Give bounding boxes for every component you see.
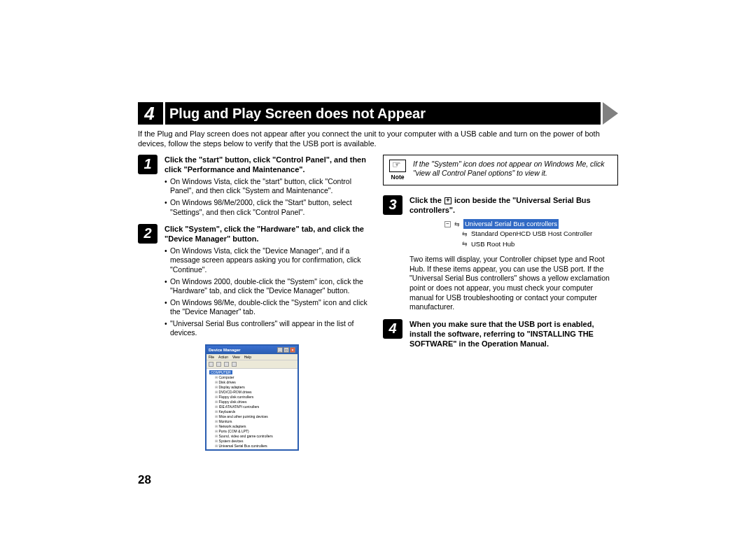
minus-icon: − xyxy=(444,221,451,227)
step-number-badge: 4 xyxy=(383,319,402,339)
usb-icon: ⇆ xyxy=(454,220,461,227)
tree-item: Ports (COM & LPT) xyxy=(209,429,295,433)
tree-item: Computer xyxy=(209,375,295,379)
toolbar-icon xyxy=(209,362,214,367)
tree-item: Keyboards xyxy=(209,409,295,414)
tree-item: Sound, video and game controllers xyxy=(209,434,295,438)
tree-item: Universal Serial Bus controllers xyxy=(209,444,295,448)
step-heading: Click the "start" button, click "Control… xyxy=(164,155,373,175)
tree-item: Display adapters xyxy=(209,385,295,389)
page-number: 28 xyxy=(138,473,151,487)
note-icon xyxy=(389,160,406,172)
minimize-icon: _ xyxy=(277,347,283,353)
step-4: 4 When you make sure that the USB port i… xyxy=(383,319,618,349)
step-number-badge: 1 xyxy=(138,155,158,174)
toolbar-icon xyxy=(232,362,237,367)
devmgr-title: Device Manager xyxy=(209,348,241,352)
toolbar-icon xyxy=(216,362,221,367)
plus-icon: + xyxy=(444,197,451,204)
tree-item: Floppy disk drives xyxy=(209,400,295,404)
tree-root: COMPUTER xyxy=(209,370,232,374)
close-icon: × xyxy=(290,347,295,353)
step-bullet: "Universal Serial Bus controllers" will … xyxy=(164,319,373,337)
tree-item: IDE ATA/ATAPI controllers xyxy=(209,405,295,409)
devmgr-menu: File Action View Help xyxy=(206,354,298,360)
usb-tree-illustration: − ⇆ Universal Serial Bus controllers ⇆ S… xyxy=(444,219,618,249)
maximize-icon: □ xyxy=(284,347,289,353)
step-heading: When you make sure that the USB port is … xyxy=(410,319,618,349)
note-label: Note xyxy=(391,174,405,181)
header-arrow-icon xyxy=(603,102,618,125)
usb-tree-child: Standard OpenHCD USB Host Controller xyxy=(471,229,592,239)
usb-icon: ⇆ xyxy=(461,231,468,238)
step-number-badge: 3 xyxy=(383,195,402,215)
intro-text: If the Plug and Play screen does not app… xyxy=(138,129,618,149)
step-bullet: On Windows Vista, click the "Device Mana… xyxy=(164,246,373,274)
section-number-badge: 4 xyxy=(138,102,163,125)
step-heading: Click "System", click the "Hardware" tab… xyxy=(164,224,373,244)
left-column: 1 Click the "start" button, click "Contr… xyxy=(138,155,373,451)
step-number-badge: 2 xyxy=(138,224,158,244)
devmgr-titlebar: Device Manager _ □ × xyxy=(206,346,298,354)
menu-item: File xyxy=(209,355,214,359)
tree-item: System devices xyxy=(209,439,295,443)
step-bullet: On Windows 98/Me/2000, click the "Start"… xyxy=(164,198,373,216)
step-heading: Click the + icon beside the "Universal S… xyxy=(410,195,618,216)
note-text: If the "System" icon does not appear on … xyxy=(413,160,612,178)
step-bullet: On Windows Vista, click the "start" butt… xyxy=(164,177,373,195)
manual-page: 4 Plug and Play Screen does not Appear I… xyxy=(138,102,618,451)
step-body: Two items will display, your Controller … xyxy=(410,255,618,312)
tree-item: Disk drives xyxy=(209,380,295,384)
device-manager-screenshot: Device Manager _ □ × File Action View He… xyxy=(205,344,373,451)
note-box: Note If the "System" icon does not appea… xyxy=(383,155,618,185)
step-bullet: On Windows 2000, double-click the "Syste… xyxy=(164,277,373,295)
tree-item: Mice and other pointing devices xyxy=(209,414,295,419)
menu-item: View xyxy=(232,355,240,359)
menu-item: Help xyxy=(244,355,251,359)
step-3: 3 Click the + icon beside the "Universal… xyxy=(383,195,618,312)
toolbar-icon xyxy=(224,362,229,367)
tree-item: DVD/CD-ROM drives xyxy=(209,390,295,394)
step-bullet: On Windows 98/Me, double-click the "Syst… xyxy=(164,298,373,316)
devmgr-tree: COMPUTER Computer Disk drives Display ad… xyxy=(206,369,298,449)
step-2: 2 Click "System", click the "Hardware" t… xyxy=(138,224,373,338)
devmgr-window: Device Manager _ □ × File Action View He… xyxy=(205,344,299,451)
usb-tree-child: USB Root Hub xyxy=(471,239,514,249)
usb-icon: ⇆ xyxy=(461,241,468,248)
tree-item: Monitors xyxy=(209,419,295,423)
section-title: Plug and Play Screen does not Appear xyxy=(165,102,601,125)
right-column: Note If the "System" icon does not appea… xyxy=(383,155,618,451)
tree-item: Network adapters xyxy=(209,424,295,428)
section-header: 4 Plug and Play Screen does not Appear xyxy=(138,102,618,125)
tree-item: Floppy disk controllers xyxy=(209,395,295,399)
menu-item: Action xyxy=(218,355,228,359)
devmgr-toolbar xyxy=(206,360,298,369)
step-1: 1 Click the "start" button, click "Contr… xyxy=(138,155,373,217)
usb-tree-parent: Universal Serial Bus controllers xyxy=(463,219,559,229)
